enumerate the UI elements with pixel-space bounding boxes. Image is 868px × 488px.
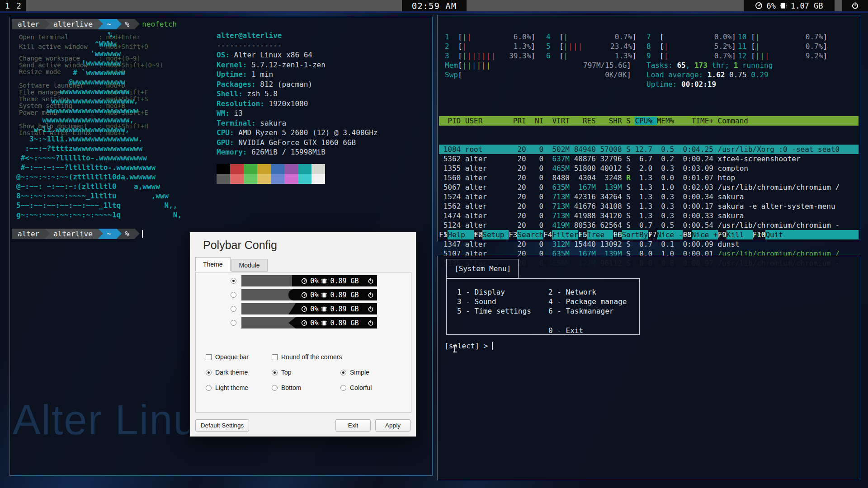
- load-average: Load average: 1.62 0.75 0.29: [646, 70, 769, 80]
- process-row[interactable]: 1560 alter 20 0 8480 4304 3248 R 1.3 0.0…: [439, 173, 859, 183]
- bar-mem-value: 0.89 GB: [330, 319, 359, 327]
- checkbox-box[interactable]: [272, 354, 278, 360]
- column-header-pid[interactable]: PID: [439, 117, 465, 125]
- fkey-f8[interactable]: F8: [683, 230, 691, 239]
- bar-style-option-arrow[interactable]: 0%0.89 GB: [231, 317, 377, 328]
- process-row[interactable]: 1084 root 20 0 502M 84940 57008 S 12.7 0…: [439, 145, 859, 154]
- default-settings-button[interactable]: Default Settings: [195, 419, 249, 432]
- column-header-user[interactable]: USER: [465, 117, 513, 125]
- power-button[interactable]: [842, 0, 868, 11]
- bar-style-option-flat[interactable]: 0%0.89 GB: [231, 275, 377, 286]
- fkey-label-f10[interactable]: Quit: [765, 230, 792, 239]
- fkey-label-f2[interactable]: Setup: [482, 230, 509, 239]
- exit-button[interactable]: Exit: [335, 419, 371, 432]
- fkey-f10[interactable]: F10: [753, 230, 766, 239]
- fkey-label-f3[interactable]: Search: [517, 230, 543, 239]
- column-header-ni[interactable]: NI: [530, 117, 548, 125]
- checkbox-round-off-the-corners[interactable]: Round off the corners: [272, 353, 342, 361]
- radio-button[interactable]: [272, 370, 278, 375]
- system-menu-prompt[interactable]: [select] >: [444, 341, 493, 351]
- column-header-s[interactable]: S: [626, 117, 635, 125]
- column-header-res[interactable]: RES: [574, 117, 600, 125]
- column-header-mem[interactable]: MEM%: [657, 117, 679, 125]
- bar-style-option-slant[interactable]: 0%0.89 GB: [231, 303, 377, 314]
- neofetch-field-value: 626MiB / 15998MiB: [247, 148, 325, 156]
- bar-style-radio[interactable]: [231, 320, 236, 326]
- neofetch-ascii-logo: %, ^WWWw 'wwwwww !wwwwwwww # `wwwwwwwww …: [16, 30, 182, 220]
- fkey-f3[interactable]: F3: [509, 230, 517, 239]
- fkey-f5[interactable]: F5: [578, 230, 587, 239]
- radio-button[interactable]: [340, 385, 346, 391]
- fkey-f9[interactable]: F9: [718, 230, 726, 239]
- radio-light-theme[interactable]: Light theme: [206, 384, 248, 391]
- process-row[interactable]: 1355 alter 20 0 465M 51800 40012 S 2.0 0…: [439, 164, 859, 173]
- fkey-f1[interactable]: F1: [439, 230, 448, 239]
- neofetch-field-label: GPU:: [217, 138, 234, 147]
- prompt-user: alter: [12, 229, 45, 239]
- radio-top[interactable]: Top: [272, 369, 292, 376]
- fkey-label-f9[interactable]: Kill: [726, 230, 753, 239]
- ram-chip-icon: [321, 320, 327, 326]
- fkey-label-f7[interactable]: Nice -: [657, 230, 683, 239]
- process-row[interactable]: 1347 alter 20 0 312M 15440 13092 S 0.7 0…: [439, 239, 859, 249]
- power-icon: [368, 320, 374, 326]
- workspace-switcher[interactable]: 1 2: [0, 0, 26, 11]
- fkey-label-f6[interactable]: SortBy: [622, 230, 648, 239]
- bar-style-option-round[interactable]: 0%0.89 GB: [231, 289, 377, 300]
- column-header-pri[interactable]: PRI: [513, 117, 531, 125]
- palette-swatch: [284, 164, 298, 174]
- workspace-1[interactable]: 1: [5, 1, 9, 10]
- htop-rows: 1084 root 20 0 502M 84940 57008 S 12.7 0…: [439, 145, 859, 268]
- bar-style-radio[interactable]: [231, 292, 236, 298]
- radio-button[interactable]: [340, 370, 346, 375]
- htop-window[interactable]: PID USER PRI NI VIRT RES SHR S CPU% MEM%…: [437, 15, 860, 241]
- process-row[interactable]: 5124 alter 20 0 419M 80536 62564 S 0.7 0…: [439, 221, 859, 230]
- column-header-shr[interactable]: SHR: [600, 117, 626, 125]
- radio-simple[interactable]: Simple: [340, 369, 369, 376]
- neofetch-fields: OS: Alter Linux x86_64Kernel: 5.7.12-zen…: [217, 50, 377, 157]
- fkey-f2[interactable]: F2: [474, 230, 482, 239]
- workspace-2[interactable]: 2: [17, 1, 21, 10]
- bar-preview-content: 0%0.89 GB: [296, 275, 364, 286]
- bar-style-radio[interactable]: [231, 278, 236, 284]
- process-row[interactable]: 1474 alter 20 0 713M 41988 34120 S 1.3 0…: [439, 211, 859, 221]
- column-header-cpu[interactable]: CPU%: [635, 117, 656, 125]
- cpu-core-meter-4: 4 [|0.7%]: [546, 32, 637, 42]
- column-header-virt[interactable]: VIRT: [548, 117, 574, 125]
- shell-prompt-active[interactable]: alter alterlive ~ %: [12, 229, 143, 239]
- fkey-label-f5[interactable]: Tree: [587, 230, 613, 239]
- process-row[interactable]: 5067 alter 20 0 635M 167M 139M S 1.3 1.0…: [439, 183, 859, 192]
- dialog-tabs: Theme Module: [195, 257, 269, 272]
- fkey-f4[interactable]: F4: [543, 230, 552, 239]
- checkbox-opaque-bar[interactable]: Opaque bar: [206, 353, 249, 361]
- radio-colorful[interactable]: Colorful: [340, 384, 372, 391]
- bar-mem-value: 0.89 GB: [330, 277, 359, 285]
- polybar-config-dialog[interactable]: Polybar Config Theme Module 0%0.89 GB0%0…: [189, 232, 416, 437]
- system-menu-prompt-label: [select] >: [444, 341, 488, 351]
- tab-theme[interactable]: Theme: [195, 257, 231, 272]
- process-row[interactable]: 5362 alter 20 0 637M 40876 32796 S 6.7 0…: [439, 154, 859, 164]
- radio-button[interactable]: [206, 370, 212, 375]
- process-row[interactable]: 1562 alter 20 0 713M 41676 34108 S 1.3 0…: [439, 202, 859, 211]
- fkey-f6[interactable]: F6: [613, 230, 622, 239]
- radio-button[interactable]: [206, 385, 212, 391]
- fkey-label-f8[interactable]: Nice +: [692, 230, 718, 239]
- cpu-core-meter-11: 11 [|0.7%]: [738, 42, 827, 51]
- tab-module[interactable]: Module: [231, 259, 268, 272]
- radio-bottom[interactable]: Bottom: [272, 384, 301, 391]
- process-row[interactable]: 1524 alter 20 0 713M 42316 34264 S 1.3 0…: [439, 192, 859, 202]
- apply-button[interactable]: Apply: [375, 419, 410, 432]
- radio-button[interactable]: [272, 385, 278, 391]
- htop-function-bar[interactable]: F1Help F2Setup F3SearchF4FilterF5Tree F6…: [439, 230, 859, 239]
- system-menu-window[interactable]: [System Menu] 1 - Display2 - Network3 - …: [437, 256, 860, 480]
- fkey-label-f1[interactable]: Help: [448, 230, 474, 239]
- bar-style-radio[interactable]: [231, 306, 236, 312]
- htop-table-header[interactable]: PID USER PRI NI VIRT RES SHR S CPU% MEM%…: [439, 116, 859, 126]
- column-header-time[interactable]: TIME+: [679, 117, 718, 125]
- checkbox-box[interactable]: [206, 354, 212, 360]
- fkey-label-f4[interactable]: Filter: [552, 230, 578, 239]
- fkey-f7[interactable]: F7: [648, 230, 656, 239]
- radio-dark-theme[interactable]: Dark theme: [206, 369, 248, 376]
- fkey-bar-fill: [792, 230, 859, 239]
- column-header-command[interactable]: Command: [718, 117, 748, 125]
